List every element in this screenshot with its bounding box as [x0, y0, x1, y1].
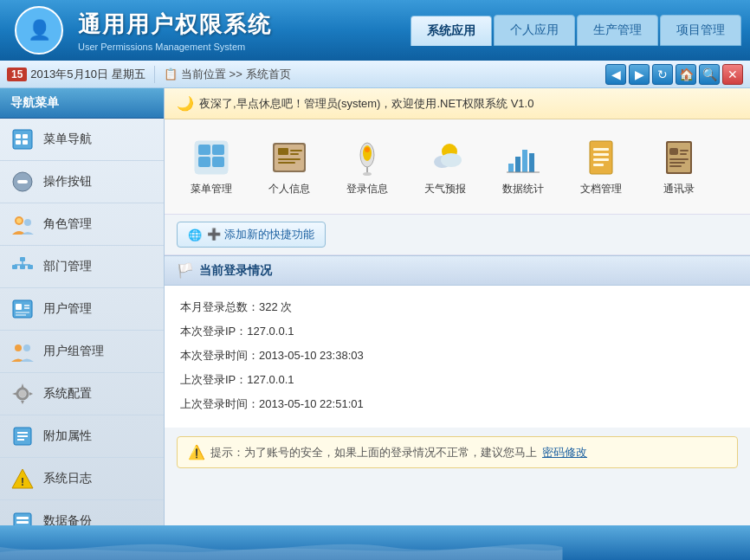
svg-rect-46	[278, 148, 288, 155]
weather-label: 天气预报	[424, 182, 466, 196]
last-login-time: 上次登录时间：2013-05-10 22:51:01	[180, 393, 734, 415]
contacts-icon	[658, 137, 700, 178]
login-total: 本月登录总数：322 次	[180, 296, 734, 319]
login-info-label: 登录信息	[346, 182, 388, 196]
docs-icon	[580, 137, 622, 178]
sidebar-item-menu-nav[interactable]: 菜单导航	[0, 119, 164, 161]
sidebar-label-usergroups: 用户组管理	[43, 344, 153, 359]
password-change-link[interactable]: 密码修改	[542, 445, 587, 460]
warning-bar: ⚠️ 提示：为了账号的安全，如果上面的登录情况不正常，建议您马上 密码修改	[177, 436, 738, 468]
sidebar-label-roles: 角色管理	[43, 216, 153, 232]
user-icon	[10, 297, 35, 321]
login-info-panel: 本月登录总数：322 次 本次登录IP：127.0.0.1 本次登录时间：201…	[165, 286, 750, 428]
svg-rect-73	[680, 153, 687, 155]
sidebar-label-extra: 附加属性	[43, 428, 153, 444]
svg-rect-50	[278, 162, 295, 164]
sidebar-item-backup[interactable]: 数据备份	[0, 500, 164, 525]
avatar: 👤	[15, 6, 63, 55]
svg-rect-1	[16, 134, 21, 138]
main-layout: 导航菜单 菜单导航 操作按钮 角色管理 部门管理	[0, 88, 750, 525]
login-time: 本次登录时间：2013-05-10 23:38:03	[180, 344, 734, 367]
svg-rect-71	[669, 148, 678, 155]
tab-project[interactable]: 项目管理	[660, 15, 741, 46]
sidebar-item-users[interactable]: 用户管理	[0, 288, 164, 331]
svg-point-24	[19, 390, 26, 397]
docs-label: 文档管理	[580, 182, 622, 196]
svg-rect-63	[590, 141, 612, 174]
svg-text:!: !	[21, 476, 24, 488]
svg-point-9	[24, 219, 31, 226]
menu-nav-icon	[10, 127, 35, 151]
sidebar-item-extra[interactable]: 附加属性	[0, 415, 164, 458]
svg-rect-59	[515, 157, 520, 172]
svg-rect-48	[290, 153, 299, 155]
sidebar-label-config: 系统配置	[43, 386, 153, 402]
breadcrumb-icon: 📋	[164, 68, 178, 80]
quick-icon-login[interactable]: 登录信息	[333, 132, 402, 202]
sidebar-label-menu-nav: 菜单导航	[43, 132, 153, 147]
sidebar-label-dept: 部门管理	[43, 259, 153, 274]
tab-system-apps[interactable]: 系统应用	[411, 16, 492, 46]
weather-icon	[424, 137, 466, 178]
svg-rect-33	[16, 517, 29, 519]
button-icon	[10, 170, 35, 194]
svg-rect-13	[12, 265, 17, 269]
sidebar-item-log[interactable]: ! 系统日志	[0, 458, 164, 500]
last-login-ip: 上次登录IP：127.0.0.1	[180, 369, 734, 391]
usergroup-icon	[10, 339, 35, 364]
personal-info-icon	[268, 137, 310, 178]
moon-icon: 🌙	[177, 95, 194, 112]
breadcrumb-page: 系统首页	[246, 67, 291, 82]
svg-rect-72	[680, 150, 689, 151]
quick-icon-docs[interactable]: 文档管理	[566, 132, 636, 202]
separator	[154, 66, 155, 83]
home-button[interactable]: 🏠	[676, 64, 696, 85]
login-ip: 本次登录IP：127.0.0.1	[180, 320, 734, 343]
svg-rect-4	[23, 140, 28, 145]
svg-rect-75	[669, 162, 685, 164]
svg-rect-61	[529, 153, 534, 172]
svg-rect-3	[23, 134, 28, 138]
quick-icon-stats[interactable]: 数据统计	[488, 132, 558, 202]
sidebar-label-log: 系统日志	[43, 471, 153, 486]
quick-icon-personal[interactable]: 个人信息	[255, 132, 324, 202]
svg-point-8	[16, 218, 22, 223]
quick-icon-weather[interactable]: 天气预报	[411, 132, 480, 202]
svg-rect-67	[593, 158, 609, 161]
personal-info-label: 个人信息	[268, 182, 310, 196]
header: 👤 通用用户权限系统 User Permissions Management S…	[0, 0, 750, 61]
svg-rect-60	[522, 150, 527, 172]
search-button[interactable]: 🔍	[699, 64, 720, 85]
sidebar-label-backup: 数据备份	[43, 513, 153, 525]
svg-rect-0	[13, 130, 32, 149]
sidebar-item-usergroups[interactable]: 用户组管理	[0, 331, 164, 373]
back-button[interactable]: ◀	[605, 64, 626, 85]
footer	[0, 525, 750, 560]
refresh-button[interactable]: ↻	[652, 64, 673, 85]
sidebar-item-buttons[interactable]: 操作按钮	[0, 161, 164, 203]
sidebar-item-roles[interactable]: 角色管理	[0, 203, 164, 246]
sidebar-item-config[interactable]: 系统配置	[0, 373, 164, 415]
svg-rect-17	[16, 304, 22, 310]
add-icon: 🌐	[188, 229, 202, 241]
tab-production[interactable]: 生产管理	[577, 15, 658, 46]
svg-rect-76	[669, 165, 682, 167]
quick-icon-menu[interactable]: 菜单管理	[177, 132, 246, 202]
quick-icon-contacts[interactable]: 通讯录	[644, 132, 714, 202]
menu-manage-icon	[191, 137, 232, 178]
svg-rect-34	[16, 521, 29, 524]
stats-label: 数据统计	[502, 182, 544, 196]
svg-rect-65	[593, 148, 609, 151]
close-button[interactable]: ✕	[722, 64, 743, 85]
add-func-button[interactable]: 🌐 ➕ 添加新的快捷功能	[177, 222, 326, 248]
svg-point-53	[365, 147, 370, 152]
sidebar: 导航菜单 菜单导航 操作按钮 角色管理 部门管理	[0, 88, 165, 525]
breadcrumb-sep: >>	[230, 68, 242, 80]
tab-personal-apps[interactable]: 个人应用	[494, 15, 575, 46]
welcome-bar: 🌙 夜深了,早点休息吧！管理员(system)，欢迎使用.NET权限系统 V1.…	[165, 88, 750, 119]
breadcrumb-location: 当前位置	[181, 67, 226, 82]
sidebar-item-dept[interactable]: 部门管理	[0, 246, 164, 288]
nav-buttons: ◀ ▶ ↻ 🏠 🔍 ✕	[605, 64, 743, 85]
svg-point-57	[441, 153, 462, 167]
forward-button[interactable]: ▶	[629, 64, 650, 85]
